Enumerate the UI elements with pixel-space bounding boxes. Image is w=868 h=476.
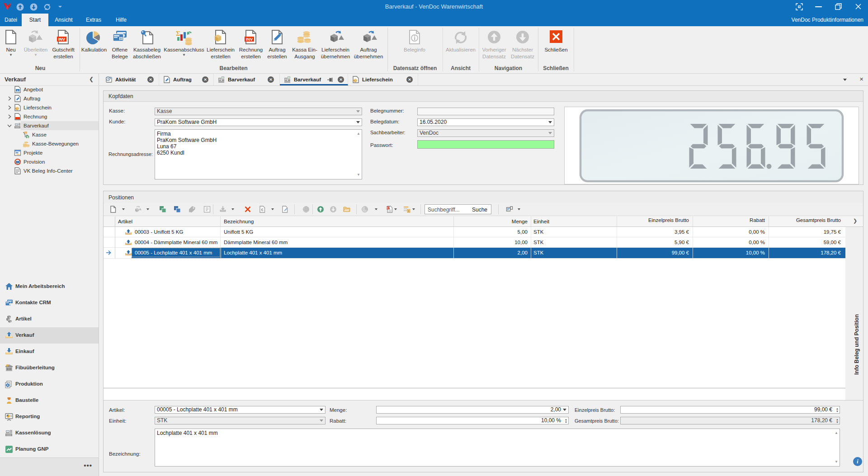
- svg-text:€: €: [261, 207, 263, 212]
- svg-text:Σ: Σ: [408, 210, 410, 212]
- svg-text:INV: INV: [246, 37, 253, 42]
- svg-text:Σ: Σ: [176, 30, 180, 37]
- svg-text:$: $: [27, 136, 28, 138]
- svg-text:INV: INV: [58, 37, 65, 42]
- svg-text:K7: K7: [387, 207, 390, 209]
